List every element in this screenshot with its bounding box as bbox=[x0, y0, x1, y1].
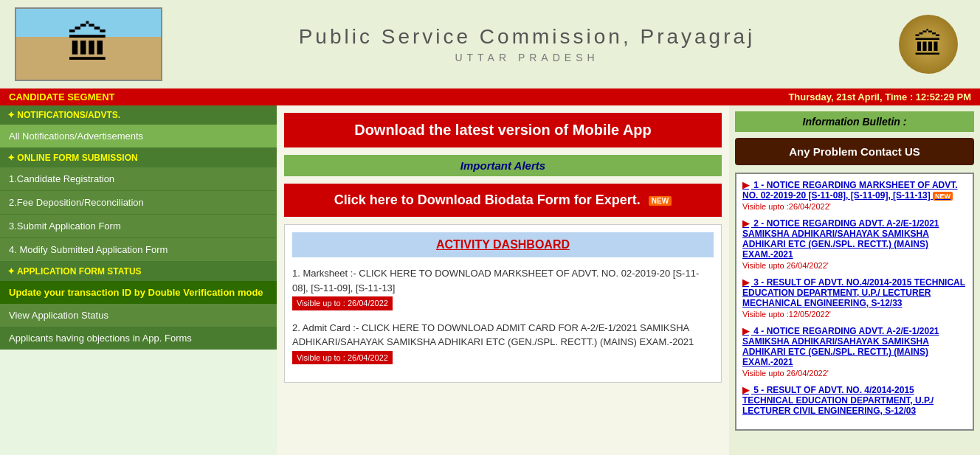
bulletin-visible-2: Visible upto 26/04/2022' bbox=[742, 261, 967, 270]
bulletin-item-3: ▶ 3 - RESULT OF ADVT. NO.4/2014-2015 TEC… bbox=[742, 277, 967, 319]
bulletin-list: ▶ 1 - NOTICE REGARDING MARKSHEET OF ADVT… bbox=[735, 173, 974, 431]
page-header: Public Service Commission, Prayagraj UTT… bbox=[0, 0, 980, 88]
top-bar: CANDIDATE SEGMENT Thursday, 21st April, … bbox=[0, 88, 980, 105]
activity-item-2-visible: Visible up to : 26/04/2022 bbox=[292, 351, 393, 365]
activity-item-2-text: 2. Admit Card :- CLICK HERE TO DOWNLOAD … bbox=[292, 322, 694, 348]
page-subtitle: UTTAR PRADESH bbox=[162, 52, 891, 63]
triangle-icon-4: ▶ bbox=[742, 326, 749, 336]
bulletin-link-5[interactable]: ▶ 5 - RESULT OF ADVT. NO. 4/2014-2015 TE… bbox=[742, 385, 967, 416]
sidebar-item-submit-form[interactable]: 3.Submit Application Form bbox=[0, 215, 277, 238]
activity-item-2: 2. Admit Card :- CLICK HERE TO DOWNLOAD … bbox=[292, 321, 714, 365]
bulletin-item-5: ▶ 5 - RESULT OF ADVT. NO. 4/2014-2015 TE… bbox=[742, 385, 967, 416]
bulletin-link-2[interactable]: ▶ 2 - NOTICE REGARDING ADVT. A-2/E-1/202… bbox=[742, 218, 967, 260]
contact-us-button[interactable]: Any Problem Contact US bbox=[735, 138, 974, 165]
bulletin-item-2: ▶ 2 - NOTICE REGARDING ADVT. A-2/E-1/202… bbox=[742, 218, 967, 270]
notifications-header: ✦ NOTIFICATIONS/ADVTS. bbox=[0, 105, 277, 125]
triangle-icon-3: ▶ bbox=[742, 277, 749, 288]
activity-item-1: 1. Marksheet :- CLICK HERE TO DOWNLOAD M… bbox=[292, 266, 714, 310]
info-bulletin-header: Information Bulletin : bbox=[735, 111, 974, 132]
emblem-container: 🏛 bbox=[891, 7, 965, 81]
center-content: Download the latest version of Mobile Ap… bbox=[277, 105, 729, 455]
page-title: Public Service Commission, Prayagraj bbox=[162, 25, 891, 49]
bulletin-item-4: ▶ 4 - NOTICE REGARDING ADVT. A-2/E-1/202… bbox=[742, 326, 967, 378]
new-badge: NEW bbox=[649, 196, 672, 206]
datetime-label: Thursday, 21st April, Time : 12:52:29 PM bbox=[788, 91, 971, 103]
bulletin-visible-3: Visible upto :12/05/2022' bbox=[742, 310, 967, 319]
new-badge-1: NEW bbox=[933, 192, 953, 201]
sidebar-item-all-notifications[interactable]: All Notifications/Advertisements bbox=[0, 125, 277, 148]
bulletin-link-1[interactable]: ▶ 1 - NOTICE REGARDING MARKSHEET OF ADVT… bbox=[742, 180, 967, 201]
national-emblem-icon: 🏛 bbox=[899, 15, 958, 74]
sidebar-item-update-transaction[interactable]: Update your transaction ID by Double Ver… bbox=[0, 281, 277, 304]
sidebar-item-fee-deposition[interactable]: 2.Fee Deposition/Reconciliation bbox=[0, 191, 277, 215]
sidebar-item-view-status[interactable]: View Application Status bbox=[0, 304, 277, 327]
download-mobile-app-button[interactable]: Download the latest version of Mobile Ap… bbox=[284, 113, 722, 147]
online-form-header: ✦ ONLINE FORM SUBMISSION bbox=[0, 148, 277, 167]
activity-item-1-text: 1. Marksheet :- CLICK HERE TO DOWNLOAD M… bbox=[292, 268, 699, 294]
main-layout: ✦ NOTIFICATIONS/ADVTS. All Notifications… bbox=[0, 105, 980, 455]
activity-item-1-visible: Visible up to : 26/04/2022 bbox=[292, 296, 393, 310]
sidebar-item-candidate-registration[interactable]: 1.Candidate Registration bbox=[0, 167, 277, 191]
activity-dashboard-title: ACTIVITY DASHBOARD bbox=[292, 232, 714, 257]
bulletin-item-1: ▶ 1 - NOTICE REGARDING MARKSHEET OF ADVT… bbox=[742, 180, 967, 211]
triangle-icon-1: ▶ bbox=[742, 180, 749, 190]
triangle-icon-2: ▶ bbox=[742, 218, 749, 229]
candidate-segment-label: CANDIDATE SEGMENT bbox=[9, 91, 114, 103]
left-sidebar: ✦ NOTIFICATIONS/ADVTS. All Notifications… bbox=[0, 105, 277, 455]
sidebar-item-objections[interactable]: Applicants having objections in App. For… bbox=[0, 327, 277, 350]
right-panel: Information Bulletin : Any Problem Conta… bbox=[729, 105, 980, 455]
app-form-status-header: ✦ APPLICATION FORM STATUS bbox=[0, 262, 277, 281]
biodata-download-button[interactable]: Click here to Download Biodata Form for … bbox=[284, 184, 722, 217]
header-center: Public Service Commission, Prayagraj UTT… bbox=[162, 25, 891, 63]
bulletin-link-4[interactable]: ▶ 4 - NOTICE REGARDING ADVT. A-2/E-1/202… bbox=[742, 326, 967, 367]
activity-dashboard: ACTIVITY DASHBOARD 1. Marksheet :- CLICK… bbox=[284, 224, 722, 383]
important-alerts-banner: Important Alerts bbox=[284, 155, 722, 176]
triangle-icon-5: ▶ bbox=[742, 385, 749, 395]
sidebar-item-modify-form[interactable]: 4. Modify Submitted Application Form bbox=[0, 238, 277, 262]
building-image bbox=[15, 7, 162, 81]
bulletin-visible-4: Visible upto 26/04/2022' bbox=[742, 369, 967, 378]
bulletin-visible-1: Visible upto :26/04/2022' bbox=[742, 202, 967, 211]
bulletin-link-3[interactable]: ▶ 3 - RESULT OF ADVT. NO.4/2014-2015 TEC… bbox=[742, 277, 967, 308]
